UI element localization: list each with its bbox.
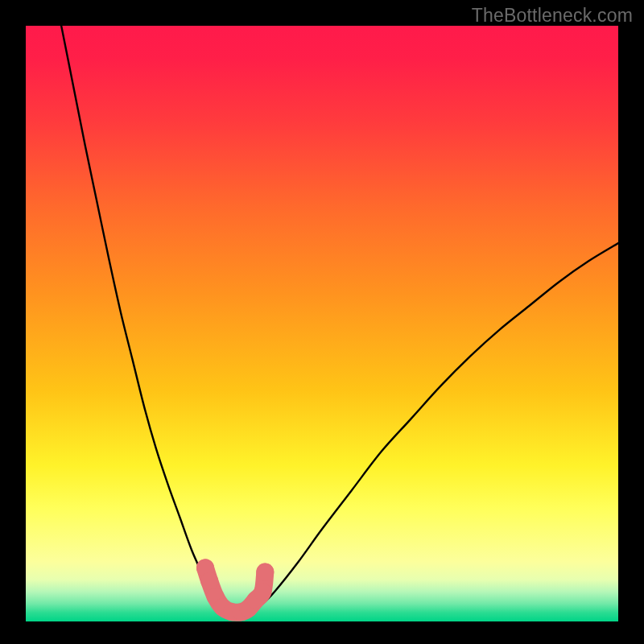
chart-frame: TheBottleneck.com [0,0,644,644]
chart-svg [26,26,618,621]
curve-left [61,26,219,611]
plot-area [26,26,618,621]
curve-right [251,243,618,611]
marker-dot [256,564,274,581]
marker-dot [254,583,271,601]
marker-dot [200,572,218,590]
watermark-text: TheBottleneck.com [472,5,633,27]
